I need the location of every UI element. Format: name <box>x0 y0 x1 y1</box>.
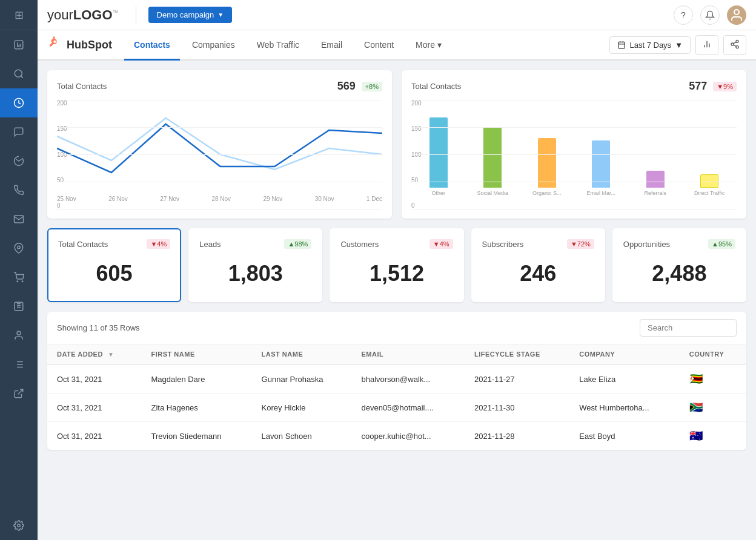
sidebar-item-phone[interactable] <box>0 176 38 205</box>
stat-opportunities-value: 2,488 <box>623 256 735 291</box>
sidebar-item-settings[interactable] <box>0 511 38 540</box>
stat-opportunities-label: Opportunities <box>623 240 670 249</box>
cell-company: East Boyd <box>569 422 679 450</box>
line-chart-title: Total Contacts <box>57 82 107 91</box>
bar-label-organic: Organic S... <box>522 190 572 196</box>
sidebar-item-user[interactable] <box>0 321 38 350</box>
sidebar-item-email[interactable] <box>0 205 38 234</box>
bar-grid-3 <box>411 154 737 155</box>
bar-organic-rect <box>538 138 556 188</box>
demo-campaign-button[interactable]: Demo campaign ▼ <box>148 7 233 23</box>
bar-social-rect <box>483 127 502 188</box>
stat-customers-value: 1,512 <box>340 256 453 291</box>
cell-date: Oct 31, 2021 <box>47 393 142 422</box>
navbar: HubSpot Contacts Companies Web Traffic E… <box>38 30 756 61</box>
stat-subscribers[interactable]: Subscribers ▼72% 246 <box>471 228 605 302</box>
stat-total-contacts[interactable]: Total Contacts ▼4% 605 <box>47 228 181 302</box>
svg-point-4 <box>17 281 18 282</box>
table-search-input[interactable] <box>640 319 737 337</box>
sidebar-item-megaphone[interactable] <box>0 147 38 176</box>
bar-grid-4 <box>411 182 737 182</box>
svg-line-17 <box>18 389 23 394</box>
svg-rect-0 <box>15 41 23 49</box>
tab-contacts[interactable]: Contacts <box>124 30 180 61</box>
stats-row: Total Contacts ▼4% 605 Leads ▲98% 1,803 … <box>47 228 746 302</box>
sidebar-item-plugin[interactable] <box>0 379 38 408</box>
stat-opportunities-badge: ▲95% <box>708 239 735 249</box>
tab-web-traffic[interactable]: Web Traffic <box>247 30 309 61</box>
svg-line-30 <box>734 45 737 47</box>
bar-label-social: Social Media <box>468 190 518 196</box>
bar-direct-rect <box>700 174 718 188</box>
cell-first-name: Zita Hagenes <box>142 393 252 422</box>
cell-last-name: Lavon Schoen <box>252 422 352 450</box>
charts-row: Total Contacts 569 +8% 200 150 100 50 0 <box>47 70 746 219</box>
table-header: Showing 11 of 35 Rows <box>47 312 746 344</box>
cell-country: 🇿🇦 <box>680 393 746 422</box>
bar-social <box>468 127 518 188</box>
tab-email[interactable]: Email <box>311 30 352 61</box>
chart-type-button[interactable] <box>695 35 718 55</box>
line-chart-value: 569 <box>337 80 356 93</box>
bar-label-referrals: Referrals <box>631 190 680 196</box>
sidebar-item-chat[interactable] <box>0 117 38 147</box>
cell-first-name: Trevion Stiedemann <box>142 422 252 450</box>
contacts-table-card: Showing 11 of 35 Rows DATE ADDED ▼ FIRST… <box>47 312 746 450</box>
svg-point-1 <box>15 70 22 77</box>
bar-other-rect <box>429 117 448 188</box>
table-row-count: Showing 11 of 35 Rows <box>57 323 140 332</box>
bar-label-other: Other <box>414 190 463 196</box>
col-company: COMPANY <box>569 344 679 364</box>
notifications-button[interactable] <box>700 5 720 25</box>
sidebar-item-cart[interactable] <box>0 263 38 292</box>
cell-lifecycle: 2021-11-28 <box>465 422 569 450</box>
grid-line-2 <box>57 127 382 128</box>
stat-customers[interactable]: Customers ▼4% 1,512 <box>330 228 463 302</box>
svg-point-5 <box>22 281 23 282</box>
svg-line-31 <box>734 42 737 44</box>
hubspot-logo: HubSpot <box>47 36 112 54</box>
stat-opportunities[interactable]: Opportunities ▲95% 2,488 <box>612 228 746 302</box>
col-lifecycle: LIFECYCLE STAGE <box>465 344 569 364</box>
sidebar-item-list[interactable] <box>0 350 38 379</box>
date-filter-button[interactable]: Last 7 Days ▼ <box>609 36 691 54</box>
user-avatar[interactable] <box>727 5 746 25</box>
stat-leads-value: 1,803 <box>199 256 311 291</box>
grid-line-4 <box>57 182 382 182</box>
tab-content[interactable]: Content <box>354 30 403 61</box>
sidebar: ⊞ <box>0 0 38 540</box>
bar-label-direct: Direct Traffic <box>685 190 735 196</box>
help-button[interactable]: ? <box>674 5 693 25</box>
cell-first-name: Magdalen Dare <box>142 364 252 393</box>
bar-referrals-rect <box>646 171 665 188</box>
sidebar-item-analytics[interactable] <box>0 30 38 59</box>
sidebar-item-clock[interactable] <box>0 88 38 117</box>
stat-leads[interactable]: Leads ▲98% 1,803 <box>188 228 322 302</box>
col-email: EMAIL <box>351 344 464 364</box>
sidebar-item-search[interactable] <box>0 59 38 88</box>
bar-chart-value: 577 <box>689 80 707 93</box>
tab-companies[interactable]: Companies <box>182 30 245 61</box>
tab-more[interactable]: More ▾ <box>406 30 451 61</box>
grid-line-5 <box>57 209 382 209</box>
stat-leads-badge: ▲98% <box>284 239 311 249</box>
cell-company: Lake Eliza <box>569 364 679 393</box>
stat-total-contacts-label: Total Contacts <box>58 240 108 249</box>
cell-country: 🇦🇺 <box>680 422 746 450</box>
stat-subscribers-value: 246 <box>482 256 594 291</box>
cell-country: 🇿🇼 <box>680 364 746 393</box>
table-row: Oct 31, 2021 Zita Hagenes Korey Hickle d… <box>47 393 746 422</box>
sidebar-item-location[interactable] <box>0 234 38 263</box>
table-header-row: DATE ADDED ▼ FIRST NAME LAST NAME EMAIL … <box>47 344 746 364</box>
bar-direct <box>685 174 735 188</box>
grid-line-1 <box>57 100 382 100</box>
share-button[interactable] <box>723 35 746 55</box>
bar-chart-badge: ▼9% <box>713 82 737 91</box>
sidebar-item-report[interactable] <box>0 292 38 321</box>
cell-last-name: Gunnar Prohaska <box>252 364 352 393</box>
sidebar-home-icon[interactable]: ⊞ <box>15 8 24 22</box>
cell-email: deven05@hotmail.... <box>351 393 464 422</box>
demo-chevron-icon: ▼ <box>217 12 224 18</box>
bar-grid-2 <box>411 127 737 128</box>
table-row: Oct 31, 2021 Magdalen Dare Gunnar Prohas… <box>47 364 746 393</box>
